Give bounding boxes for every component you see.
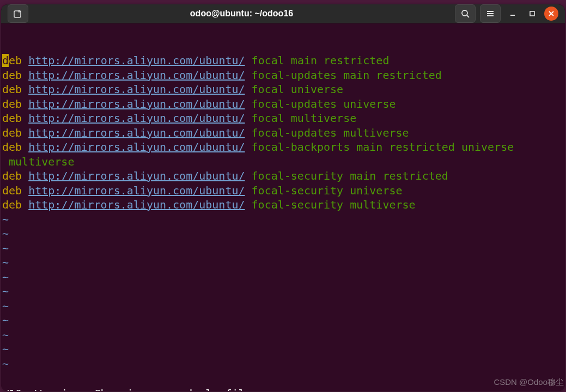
repo-url: http://mirrors.aliyun.com/ubuntu/ [28,198,245,211]
components: focal multiverse [252,112,357,125]
keyword-deb: deb [2,69,22,82]
window-title: odoo@ubuntu: ~/odoo16 [35,9,448,19]
vim-tilde: ~ [2,284,564,299]
keyword-deb: deb [2,83,22,96]
vim-tilde: ~ [2,226,564,241]
repo-url: http://mirrors.aliyun.com/ubuntu/ [28,54,245,67]
source-line: deb http://mirrors.aliyun.com/ubuntu/ fo… [2,126,564,140]
components: focal-security multiverse [252,198,416,211]
components: focal main restricted [252,54,389,67]
components: multiverse [2,155,74,168]
minimize-button[interactable] [505,6,520,21]
svg-point-3 [462,10,467,16]
repo-url: http://mirrors.aliyun.com/ubuntu/ [28,184,245,197]
components: focal-security main restricted [252,169,448,182]
vim-status-line: W10: Warning: Changing a readonly file [2,387,252,391]
search-button[interactable] [455,4,476,23]
source-line: deb http://mirrors.aliyun.com/ubuntu/ fo… [2,82,564,97]
source-line: deb http://mirrors.aliyun.com/ubuntu/ fo… [2,53,564,68]
keyword-deb: deb [2,140,22,154]
maximize-button[interactable] [525,6,540,21]
components: focal-backports main restricted universe [252,140,514,154]
terminal-window: odoo@ubuntu: ~/odoo16 [1,4,565,391]
hamburger-menu-button[interactable] [480,4,501,23]
components: focal universe [252,83,344,96]
keyword-deb: deb [2,198,22,211]
repo-url: http://mirrors.aliyun.com/ubuntu/ [28,97,245,111]
keyword-deb: deb [2,169,22,182]
repo-url: http://mirrors.aliyun.com/ubuntu/ [28,112,245,125]
repo-url: http://mirrors.aliyun.com/ubuntu/ [28,69,245,82]
components: focal-updates universe [252,97,396,111]
vim-cursor: d [2,54,9,67]
source-line: deb http://mirrors.aliyun.com/ubuntu/ fo… [2,111,564,126]
vim-tilde: ~ [2,313,564,328]
keyword-deb: deb [2,97,22,111]
vim-tilde: ~ [2,328,564,342]
vim-tilde: ~ [2,212,564,227]
components: focal-updates multiverse [252,126,409,139]
vim-tilde: ~ [2,357,564,371]
source-line: deb http://mirrors.aliyun.com/ubuntu/ fo… [2,140,564,155]
terminal-area[interactable]: deb http://mirrors.aliyun.com/ubuntu/ fo… [1,23,565,391]
repo-url: http://mirrors.aliyun.com/ubuntu/ [28,126,245,139]
source-line: deb http://mirrors.aliyun.com/ubuntu/ fo… [2,183,564,198]
components: focal-updates main restricted [252,69,442,82]
components: focal-security universe [252,184,403,197]
keyword-deb: deb [2,126,22,139]
titlebar: odoo@ubuntu: ~/odoo16 [1,4,565,23]
vim-tilde: ~ [2,270,564,285]
vim-tilde: ~ [2,342,564,357]
source-line: deb http://mirrors.aliyun.com/ubuntu/ fo… [2,198,564,212]
close-button[interactable] [544,7,558,21]
vim-tilde: ~ [2,241,564,256]
keyword-deb: deb [2,112,22,125]
source-line: deb http://mirrors.aliyun.com/ubuntu/ fo… [2,169,564,183]
keyword-deb: deb [2,184,22,197]
source-line-wrap: multiverse [2,155,564,169]
keyword-deb: deb [2,54,22,67]
repo-url: http://mirrors.aliyun.com/ubuntu/ [28,83,245,96]
repo-url: http://mirrors.aliyun.com/ubuntu/ [28,140,245,154]
repo-url: http://mirrors.aliyun.com/ubuntu/ [28,169,245,182]
vim-tilde: ~ [2,255,564,270]
source-line: deb http://mirrors.aliyun.com/ubuntu/ fo… [2,97,564,112]
source-line: deb http://mirrors.aliyun.com/ubuntu/ fo… [2,68,564,83]
svg-rect-0 [14,11,21,17]
new-tab-button[interactable] [8,4,28,23]
vim-tilde: ~ [2,299,564,314]
svg-line-4 [467,15,469,17]
svg-rect-9 [530,11,534,16]
